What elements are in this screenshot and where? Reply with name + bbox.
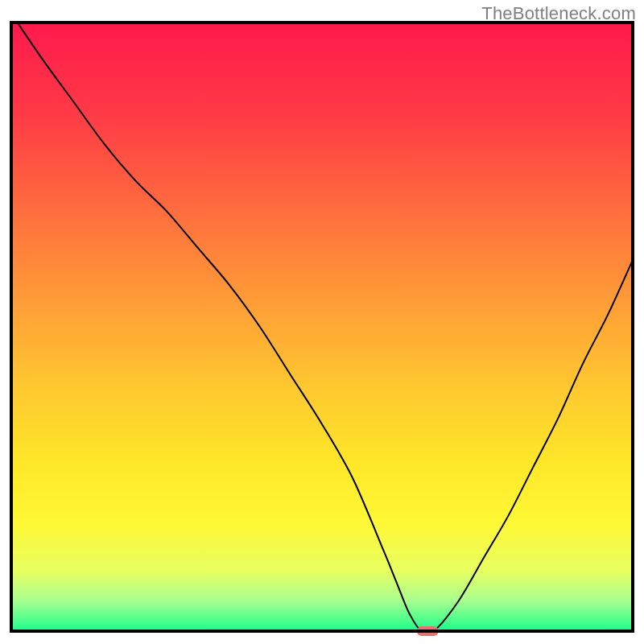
bottleneck-chart: [0, 0, 644, 644]
watermark-text: TheBottleneck.com: [481, 3, 636, 24]
chart-container: TheBottleneck.com: [0, 0, 644, 644]
chart-background: [11, 23, 633, 631]
